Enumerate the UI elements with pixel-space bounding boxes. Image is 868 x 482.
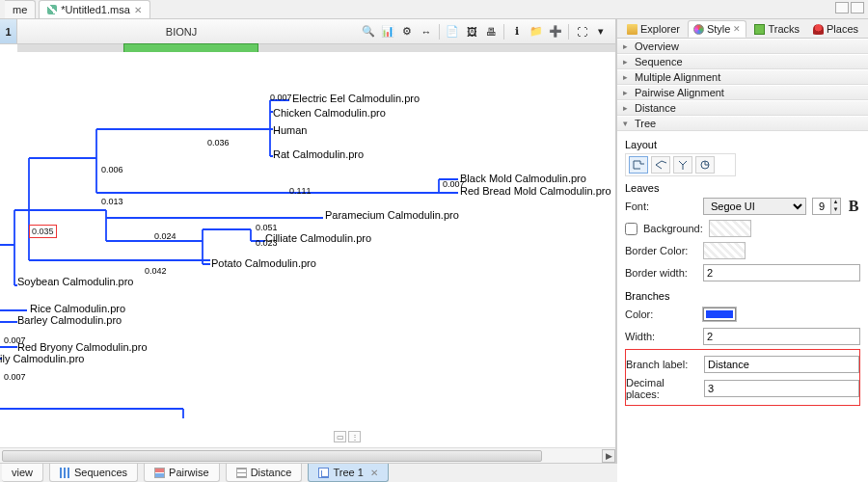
tab-label: me (13, 4, 27, 15)
row-label: 1 (0, 19, 17, 43)
tree-leaf-label[interactable]: Cilliate Calmodulin.pro (265, 232, 371, 244)
panel-menu-icon[interactable]: ⋮ (348, 431, 361, 442)
accordion-overview[interactable]: ▸Overview (617, 39, 868, 54)
font-size-stepper[interactable]: ▲▼ (812, 198, 841, 215)
tab-label: Places (827, 23, 858, 35)
minimize-icon[interactable] (835, 2, 849, 13)
gear-icon[interactable]: ⚙ (398, 23, 416, 40)
properties-tab-tracks[interactable]: Tracks (748, 20, 805, 38)
scrollbar-thumb[interactable] (2, 450, 542, 462)
font-select[interactable]: Segoe UI (703, 198, 806, 215)
border-color-swatch[interactable] (703, 242, 746, 259)
phylogenetic-tree-canvas[interactable]: 0.035 Electric Eel Calmodulin.proChicken… (0, 52, 615, 447)
decimal-places-label: Decimal places: (626, 377, 698, 400)
image-icon[interactable]: 🖼 (463, 23, 480, 40)
branch-label-input[interactable] (704, 356, 859, 373)
tree 1-icon (318, 468, 329, 478)
properties-tab-strip: ExplorerStyle✕TracksPlaces (617, 19, 868, 39)
tree-leaf-label[interactable]: Rat Calmodulin.pro (273, 148, 364, 160)
tree-leaf-label[interactable]: Soybean Calmodulin.pro (17, 276, 133, 287)
horizontal-scrollbar[interactable]: ▶ (0, 447, 615, 463)
accordion-distance[interactable]: ▸Distance (617, 100, 868, 116)
tree-leaf-label[interactable]: ily Calmodulin.pro (0, 353, 84, 364)
branch-distance-label: 0.024 (154, 231, 176, 241)
document-tab-strip: me *Untitled1.msa ✕ (0, 0, 868, 19)
swap-icon[interactable]: ↔ (418, 23, 435, 40)
info-icon[interactable]: ℹ (508, 23, 526, 40)
section-title: Pairwise Alignment (635, 87, 724, 98)
document-tab-active[interactable]: *Untitled1.msa ✕ (39, 0, 150, 18)
tree-leaf-label[interactable]: Electric Eel Calmodulin.pro (292, 93, 420, 104)
branches-section-title: Branches (625, 290, 860, 302)
branch-width-input[interactable] (703, 328, 860, 345)
histogram-icon[interactable]: 📊 (379, 23, 396, 40)
view-tab-view[interactable]: view (2, 464, 43, 482)
accordion-pairwise-alignment[interactable]: ▸Pairwise Alignment (617, 85, 868, 100)
accordion-sequence[interactable]: ▸Sequence (617, 54, 868, 69)
border-width-input[interactable] (703, 264, 860, 281)
zoom-icon[interactable]: 🔍 (360, 23, 377, 40)
font-size-input[interactable] (813, 199, 830, 214)
tab-label: Distance (251, 467, 292, 478)
panel-minimize-icon[interactable]: ▭ (334, 431, 346, 442)
tree-leaf-label[interactable]: Black Mold Calmodulin.pro (460, 173, 586, 184)
file-icon[interactable]: 📁 (528, 23, 545, 40)
tab-label: *Untitled1.msa (61, 4, 130, 15)
explorer-icon (627, 24, 637, 35)
background-checkbox[interactable] (625, 223, 637, 235)
layout-slanted-button[interactable] (651, 156, 670, 174)
border-width-label: Border width: (625, 267, 697, 279)
layout-rect-button[interactable] (629, 156, 648, 174)
new-icon[interactable]: 📄 (444, 23, 461, 40)
range-bar[interactable] (17, 44, 615, 52)
tree-leaf-label[interactable]: Red Bread Mold Calmodulin.pro (460, 185, 611, 197)
tree-leaf-label[interactable]: Chicken Calmodulin.pro (273, 107, 386, 119)
bold-toggle[interactable]: B (847, 198, 860, 215)
close-icon[interactable]: ✕ (134, 5, 142, 15)
branch-distance-label: 0.111 (289, 186, 312, 196)
border-color-label: Border Color: (625, 245, 697, 256)
tree-leaf-label[interactable]: Paramecium Calmodulin.pro (325, 209, 459, 221)
section-title: Tree (635, 118, 656, 129)
view-tab-distance[interactable]: Distance (226, 464, 303, 482)
properties-tab-explorer[interactable]: Explorer (621, 20, 686, 38)
close-icon[interactable]: ✕ (733, 24, 741, 34)
close-icon[interactable]: ✕ (370, 468, 378, 478)
view-tab-tree-1[interactable]: Tree 1✕ (308, 464, 388, 482)
print-icon[interactable]: 🖶 (482, 23, 500, 40)
branch-width-label: Width: (625, 331, 697, 342)
background-swatch[interactable] (709, 220, 751, 237)
menu-icon[interactable]: ▾ (592, 23, 610, 40)
layout-radial-button[interactable] (673, 156, 692, 174)
section-title: Overview (635, 40, 679, 52)
accordion-tree[interactable]: ▾Tree (617, 116, 868, 131)
view-tab-pairwise[interactable]: Pairwise (144, 464, 220, 482)
tree-leaf-label[interactable]: Potato Calmodulin.pro (211, 257, 316, 269)
tree-leaf-label[interactable]: Barley Calmodulin.pro (17, 314, 122, 326)
document-tab-partial[interactable]: me (5, 0, 36, 18)
layout-circular-button[interactable] (695, 156, 715, 174)
tab-label: Tree 1 (333, 467, 363, 478)
properties-tab-style[interactable]: Style✕ (688, 20, 746, 38)
maximize-icon[interactable] (851, 2, 864, 13)
tab-label: Tracks (768, 23, 800, 35)
properties-tab-places[interactable]: Places (807, 20, 864, 38)
tree-leaf-label[interactable]: Red Bryony Calmodulin.pro (17, 341, 148, 353)
tree-style-panel: Layout Leaves Font: Segoe UI ▲▼ B Backgr… (617, 131, 868, 414)
branch-color-swatch[interactable] (703, 308, 736, 321)
add-icon[interactable]: ➕ (547, 23, 564, 40)
view-tab-sequences[interactable]: Sequences (49, 464, 138, 482)
chevron-right-icon: ▸ (623, 72, 631, 82)
branch-distance-label: 0.007 (4, 372, 26, 382)
branch-distance-label: 0.036 (207, 138, 230, 147)
decimal-places-input[interactable] (704, 380, 859, 397)
expand-icon[interactable]: ⛶ (573, 23, 590, 40)
scroll-right-icon[interactable]: ▶ (602, 449, 615, 463)
tree-method-title: BIONJ (17, 26, 345, 38)
accordion-multiple-alignment[interactable]: ▸Multiple Alignment (617, 69, 868, 85)
tree-leaf-label[interactable]: Rice Calmodulin.pro (30, 303, 125, 314)
selected-distance-label[interactable]: 0.035 (29, 225, 57, 238)
branch-color-label: Color: (625, 308, 697, 320)
tree-leaf-label[interactable]: Human (273, 124, 307, 136)
branch-distance-label: 0.007 (4, 335, 26, 345)
